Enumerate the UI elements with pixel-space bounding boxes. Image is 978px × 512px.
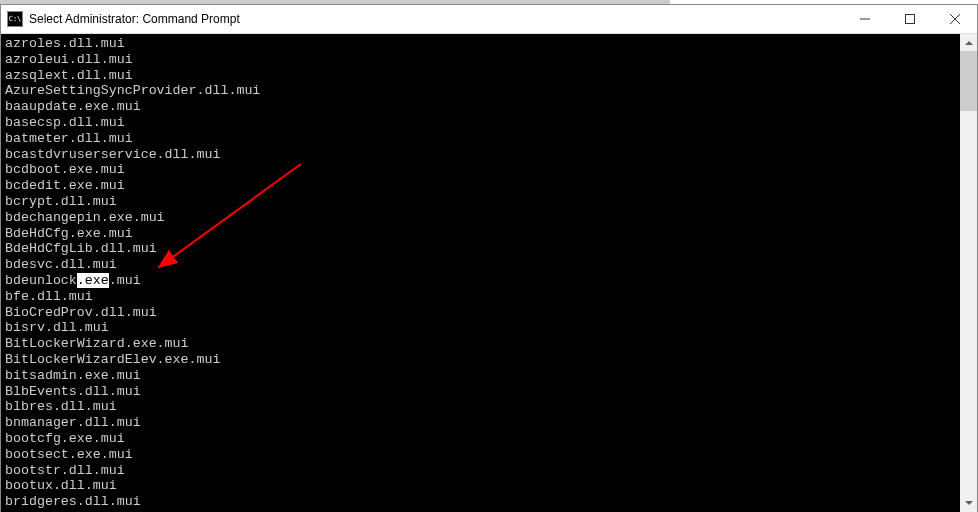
output-line: BdeHdCfgLib.dll.mui (5, 241, 956, 257)
scroll-down-button[interactable] (960, 495, 977, 512)
console-output[interactable]: azroles.dll.muiazroleui.dll.muiazsqlext.… (1, 34, 960, 512)
output-line: AzureSettingSyncProvider.dll.mui (5, 83, 956, 99)
output-line: bfe.dll.mui (5, 289, 956, 305)
command-prompt-window: C:\ Select Administrator: Command Prompt… (0, 4, 978, 512)
output-line: batmeter.dll.mui (5, 131, 956, 147)
output-line: bootstr.dll.mui (5, 463, 956, 479)
text-selection: .exe (77, 273, 109, 288)
output-line: bcdboot.exe.mui (5, 162, 956, 178)
svg-rect-0 (905, 15, 914, 24)
output-line: bcdedit.exe.mui (5, 178, 956, 194)
output-line: bootcfg.exe.mui (5, 431, 956, 447)
output-line: blbres.dll.mui (5, 399, 956, 415)
titlebar[interactable]: C:\ Select Administrator: Command Prompt (1, 5, 977, 34)
output-line: bitsadmin.exe.mui (5, 368, 956, 384)
output-line: bcastdvruserservice.dll.mui (5, 147, 956, 163)
output-line: BitLockerWizardElev.exe.mui (5, 352, 956, 368)
output-line: bdeunlock.exe.mui (5, 273, 956, 289)
minimize-button[interactable] (842, 5, 887, 34)
cmd-icon: C:\ (7, 11, 23, 27)
output-line: BlbEvents.dll.mui (5, 384, 956, 400)
maximize-button[interactable] (887, 5, 932, 34)
output-line: azroleui.dll.mui (5, 52, 956, 68)
output-line: bdesvc.dll.mui (5, 257, 956, 273)
output-line: bisrv.dll.mui (5, 320, 956, 336)
output-line: bootux.dll.mui (5, 478, 956, 494)
output-line: bootsect.exe.mui (5, 447, 956, 463)
output-line: bnmanager.dll.mui (5, 415, 956, 431)
output-line: bcrypt.dll.mui (5, 194, 956, 210)
output-line: bdechangepin.exe.mui (5, 210, 956, 226)
scrollbar-thumb[interactable] (960, 51, 977, 111)
output-line: BioCredProv.dll.mui (5, 305, 956, 321)
output-line: azroles.dll.mui (5, 36, 956, 52)
output-line: BitLockerWizard.exe.mui (5, 336, 956, 352)
output-line: BdeHdCfg.exe.mui (5, 226, 956, 242)
console-area: azroles.dll.muiazroleui.dll.muiazsqlext.… (1, 34, 977, 512)
close-button[interactable] (932, 5, 977, 34)
output-line: basecsp.dll.mui (5, 115, 956, 131)
window-controls (842, 5, 977, 34)
scrollbar-track[interactable] (960, 51, 977, 495)
output-line: baaupdate.exe.mui (5, 99, 956, 115)
output-line: azsqlext.dll.mui (5, 68, 956, 84)
output-line: bridgeres.dll.mui (5, 494, 956, 510)
vertical-scrollbar[interactable] (960, 34, 977, 512)
window-title: Select Administrator: Command Prompt (29, 12, 240, 26)
scroll-up-button[interactable] (960, 34, 977, 51)
